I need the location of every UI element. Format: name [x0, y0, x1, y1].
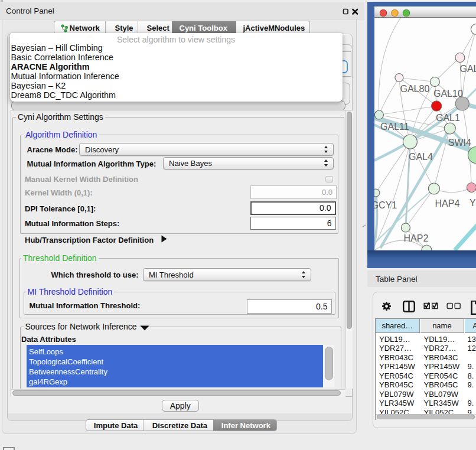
- svg-text:GAL1: GAL1: [435, 113, 459, 123]
- svg-text:GCY1: GCY1: [374, 200, 397, 210]
- svg-text:GAL80: GAL80: [400, 84, 429, 94]
- svg-text:HAP4: HAP4: [435, 198, 459, 208]
- svg-text:GAL7: GAL7: [459, 64, 476, 74]
- svg-text:Y: Y: [470, 198, 476, 208]
- svg-text:GAL11: GAL11: [380, 122, 409, 132]
- svg-text:SWI4: SWI4: [448, 138, 471, 148]
- svg-text:GAL10: GAL10: [433, 89, 462, 99]
- svg-text:HAP2: HAP2: [403, 233, 428, 243]
- svg-text:GAL4: GAL4: [408, 152, 432, 162]
